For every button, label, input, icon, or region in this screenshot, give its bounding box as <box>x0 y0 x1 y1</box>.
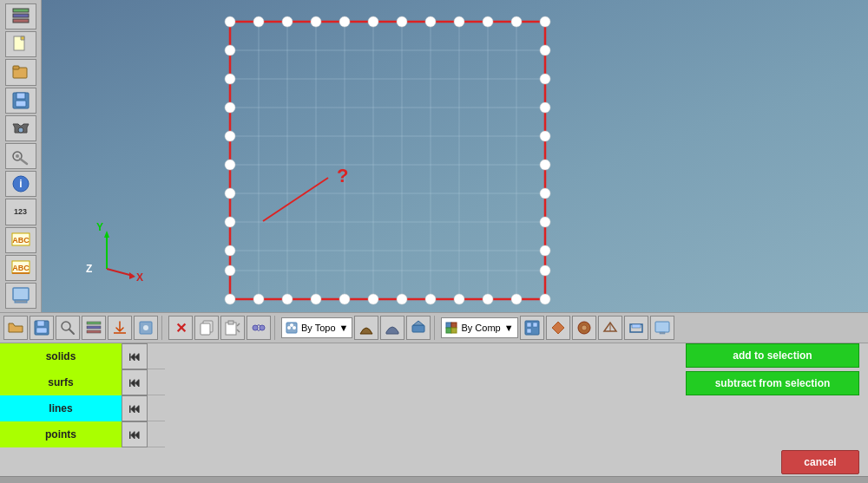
search-icon[interactable] <box>56 316 80 340</box>
by-comp-label: By Comp <box>461 323 500 333</box>
svg-point-59 <box>339 294 350 304</box>
number-label: 123 <box>14 207 27 216</box>
topo-option3[interactable] <box>406 316 431 340</box>
download-icon[interactable] <box>108 316 132 340</box>
svg-point-83 <box>540 245 550 256</box>
comp-option4[interactable] <box>598 316 622 340</box>
svg-point-78 <box>540 102 550 113</box>
layer-toggle-solids[interactable]: ⏮ <box>122 343 148 369</box>
svg-line-98 <box>69 330 74 334</box>
save-icon[interactable] <box>5 88 36 114</box>
info-icon[interactable]: i <box>5 171 36 197</box>
add-to-selection-button[interactable]: add to selection <box>686 343 859 368</box>
svg-text:ABC: ABC <box>12 236 30 245</box>
expand-icon[interactable] <box>134 316 158 340</box>
by-topo-dropdown[interactable]: By Topo ▼ <box>281 317 352 338</box>
svg-text:ABC: ABC <box>12 264 30 272</box>
svg-text:Z: Z <box>86 263 92 275</box>
copy-icon[interactable] <box>194 316 219 340</box>
svg-rect-122 <box>451 328 457 333</box>
svg-point-82 <box>540 217 550 227</box>
view-icon[interactable] <box>5 283 36 309</box>
open-folder-icon[interactable] <box>3 316 28 340</box>
svg-rect-2 <box>13 19 29 23</box>
layer-toggle-lines[interactable]: ⏮ <box>122 395 148 421</box>
layers-icon[interactable] <box>82 316 106 340</box>
svg-point-67 <box>225 45 235 55</box>
svg-point-55 <box>225 294 235 304</box>
subtract-from-selection-button[interactable]: subtract from selection <box>686 371 859 395</box>
svg-rect-42 <box>230 22 545 299</box>
topo-option2[interactable] <box>380 316 404 340</box>
svg-point-74 <box>225 245 235 256</box>
svg-point-46 <box>311 16 321 27</box>
separator2 <box>274 316 278 340</box>
svg-rect-0 <box>13 9 29 12</box>
svg-point-116 <box>293 326 296 330</box>
abc2-icon[interactable]: ABC <box>5 255 36 281</box>
svg-point-64 <box>483 294 493 304</box>
layer-label-lines: lines <box>0 395 122 421</box>
svg-point-75 <box>225 265 235 276</box>
svg-point-51 <box>454 16 464 27</box>
file-icon[interactable] <box>5 31 36 57</box>
svg-point-70 <box>225 131 235 141</box>
svg-rect-125 <box>533 323 537 327</box>
svg-point-61 <box>397 294 407 304</box>
svg-rect-121 <box>446 328 451 333</box>
svg-rect-8 <box>16 101 26 107</box>
number-icon[interactable]: 123 <box>5 199 36 225</box>
svg-point-114 <box>287 326 291 330</box>
open-icon[interactable] <box>5 59 36 85</box>
svg-point-72 <box>225 188 235 199</box>
svg-point-44 <box>253 16 264 27</box>
svg-point-79 <box>540 131 550 141</box>
svg-point-77 <box>540 74 550 84</box>
paste-icon[interactable] <box>220 316 245 340</box>
svg-point-69 <box>225 102 235 113</box>
transform-icon[interactable] <box>247 316 271 340</box>
layer-panel: solids ⏮ surfs ⏮ lines ⏮ points ⏮ <box>0 343 165 447</box>
abc1-icon[interactable]: ABC <box>5 227 36 253</box>
svg-point-104 <box>143 325 148 330</box>
separator3 <box>434 316 437 340</box>
comp-option2[interactable] <box>546 316 570 340</box>
comp-option3[interactable] <box>572 316 596 340</box>
svg-rect-120 <box>451 323 457 328</box>
svg-point-47 <box>339 16 350 27</box>
svg-line-11 <box>20 159 27 164</box>
comp-option1[interactable] <box>520 316 544 340</box>
svg-point-71 <box>225 160 235 170</box>
svg-point-49 <box>397 16 407 27</box>
camera-icon[interactable] <box>5 115 36 141</box>
svg-marker-118 <box>413 321 424 325</box>
svg-line-110 <box>237 330 240 332</box>
svg-text:X: X <box>136 271 143 284</box>
by-comp-dropdown[interactable]: By Comp ▼ <box>441 317 517 338</box>
save-icon-toolbar[interactable] <box>30 316 54 340</box>
cancel-button[interactable]: cancel <box>781 450 859 474</box>
layer-icon[interactable] <box>5 3 36 29</box>
topo-option1[interactable] <box>354 316 378 340</box>
svg-rect-108 <box>228 321 233 324</box>
delete-icon[interactable]: ✕ <box>168 316 193 340</box>
grid-svg: ? Y X Z <box>42 0 868 312</box>
by-comp-arrow: ▼ <box>504 323 514 333</box>
tools-icon[interactable] <box>5 143 36 169</box>
svg-point-54 <box>540 16 550 27</box>
display-icon[interactable] <box>650 316 674 340</box>
bottom-toolbar: ✕ By Topo ▼ By Comp ▼ <box>0 312 868 343</box>
by-topo-label: By Topo <box>301 323 336 333</box>
viewport: ? Y X Z <box>42 0 868 312</box>
svg-point-84 <box>540 265 550 276</box>
svg-point-48 <box>368 16 378 27</box>
svg-point-56 <box>253 294 264 304</box>
layer-toggle-surfs[interactable]: ⏮ <box>122 369 148 395</box>
separator1 <box>161 316 165 340</box>
svg-text:i: i <box>19 178 22 190</box>
svg-point-65 <box>511 294 522 304</box>
svg-point-9 <box>18 127 23 133</box>
layer-toggle-points[interactable]: ⏮ <box>122 421 148 447</box>
comp-option5[interactable] <box>624 316 648 340</box>
svg-marker-91 <box>129 272 135 279</box>
